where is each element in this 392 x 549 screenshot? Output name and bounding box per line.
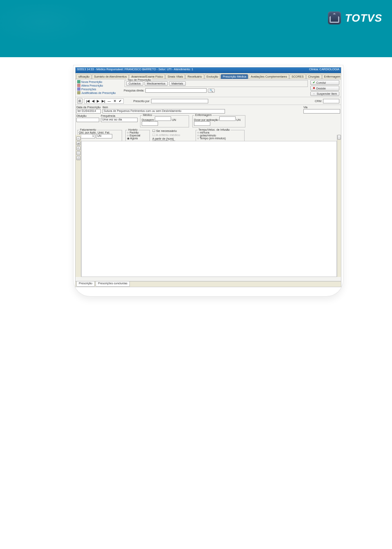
search-icon[interactable]: 🔍: [208, 89, 215, 93]
tab[interactable]: Avaliações Complementares: [249, 74, 289, 79]
dosagem-label: Dosagem: [142, 118, 154, 121]
link-justif[interactable]: Justificativas de Prescrição: [77, 91, 122, 94]
pesquisa-label: Pesquisa direta:: [124, 89, 144, 92]
prescrito-por-label: Prescrito por: [134, 100, 150, 103]
chk-criterio: ☐ A critério médico: [152, 133, 193, 137]
titlebar-right: Clínica: CARDIOLOGIA: [309, 68, 339, 73]
enf-legend: Enfermagem: [194, 114, 212, 116]
horario-legend: Horário: [127, 128, 138, 131]
tab[interactable]: Sinais Vitais: [165, 74, 185, 79]
freq-label: Frequência: [101, 114, 138, 117]
fat-legend: Faturamento: [79, 128, 97, 131]
btab-prescricao[interactable]: Prescrição: [76, 281, 95, 287]
btn-materiais[interactable]: Materiais: [169, 81, 185, 86]
link-presc[interactable]: Prescrições: [77, 87, 122, 91]
bottom-tabs: Prescrição Prescrições concluídas: [76, 281, 341, 287]
record-nav[interactable]: |◀◀▶▶|—✕✔: [84, 98, 124, 104]
lt-icon[interactable]: □: [76, 151, 80, 155]
tab[interactable]: SCORES: [290, 74, 306, 79]
data-label: Data da Prescrição: [76, 106, 101, 109]
item-label: Item: [102, 106, 302, 109]
radio-tempo[interactable]: ○ Tempo (em minutos): [197, 137, 243, 140]
un-input[interactable]: [142, 121, 158, 126]
crm-label: CRM: [315, 100, 321, 103]
freq-input[interactable]: Uma vez ao dia: [101, 118, 138, 122]
btab-concluidas[interactable]: Prescrições concluídas: [96, 281, 130, 287]
brand-name: TOTVS: [345, 12, 382, 25]
data-input[interactable]: ter 01/04/2014: [76, 109, 101, 114]
diluicao-label: Diluição: [76, 114, 99, 117]
qtd-aplic-label: Qtd. por Aplic.: [79, 131, 97, 134]
via-input[interactable]: [303, 109, 340, 114]
left-toolbar: + ▤ e □ ◷: [76, 135, 81, 277]
tab[interactable]: Evolução: [205, 74, 220, 79]
main-tabstrip: sificação Sumário de Atendimentos Anamne…: [76, 73, 341, 79]
btn-cuidados[interactable]: Cuidados: [126, 81, 143, 86]
qtd-aplic-input[interactable]: 1: [79, 134, 95, 138]
link-nova[interactable]: Nova Prescrição: [77, 80, 122, 83]
diluicao-input[interactable]: [76, 118, 99, 122]
window-titlebar: 0/2013 14:33 - Médico Responsável: FRANC…: [76, 67, 341, 73]
link-altera[interactable]: Altera Prescrição: [77, 84, 122, 87]
un2-input[interactable]: [194, 121, 210, 126]
radio-mlhora[interactable]: ○ ml/hora: [197, 131, 243, 134]
header-band: [0, 0, 392, 57]
btn-desiste[interactable]: ✖Desiste: [310, 86, 339, 91]
radio-gotas[interactable]: ○ gotas/minuto: [197, 134, 243, 137]
btn-suspender[interactable]: ↔Suspender Item: [310, 92, 339, 96]
via-label: Via: [303, 106, 340, 109]
tab[interactable]: Cirurgias: [306, 74, 322, 79]
lt-icon[interactable]: ◷: [76, 156, 80, 160]
btn-conclui[interactable]: ✔Conclui: [310, 80, 339, 85]
tempo-legend: Tempo/Veloc. de Infusão: [198, 128, 231, 131]
un-label: UN: [172, 118, 176, 121]
lt-icon[interactable]: +: [76, 136, 80, 141]
lt-icon[interactable]: e: [76, 146, 80, 150]
grid-body-empty: [81, 141, 337, 277]
radio-especial[interactable]: ○ Especial: [127, 134, 148, 137]
unidfat-label: Unid. Fat.: [98, 131, 110, 134]
lt-icon[interactable]: ▤: [76, 141, 80, 145]
scrollbar-icon[interactable]: [337, 135, 341, 277]
unidfat-input[interactable]: UN: [96, 134, 112, 138]
tab[interactable]: sificação: [76, 74, 91, 79]
chk-se-necessario[interactable]: ☐ Se necessário: [152, 129, 193, 133]
titlebar-left: 0/2013 14:33 - Médico Responsável: FRANC…: [77, 68, 193, 73]
item-input[interactable]: Sutura de Pequenos Ferimentos com ou sem…: [102, 109, 225, 114]
tipo-legend: Tipo de Prescrição: [127, 78, 152, 81]
btn-medicamentos[interactable]: Medicamentos: [145, 81, 168, 86]
tab-active[interactable]: Prescrição Médica: [220, 74, 248, 79]
tab[interactable]: Enfermagem: [322, 74, 341, 79]
tab[interactable]: Receituário: [185, 74, 204, 79]
dosagem-input[interactable]: [155, 116, 171, 121]
prescrito-por-input[interactable]: [151, 99, 208, 103]
dose-input[interactable]: [219, 116, 236, 121]
un2-label: UN: [236, 118, 241, 121]
dose-label: Dose por aplicação: [194, 118, 218, 121]
radio-padrao[interactable]: ○ Padrão: [127, 131, 148, 134]
brand-logo: TOTVS: [328, 11, 382, 25]
crm-input[interactable]: [323, 99, 339, 103]
pesquisa-input[interactable]: [145, 88, 207, 93]
app-screenshot: 0/2013 14:33 - Médico Responsável: FRANC…: [74, 65, 343, 296]
totvs-cube-icon: [328, 11, 341, 25]
tab[interactable]: Sumário de Atendimentos: [92, 74, 129, 79]
radio-agora[interactable]: ◉ Agora: [127, 137, 148, 140]
medico-legend: Médico: [142, 114, 153, 116]
toolbar-icon[interactable]: ▥: [77, 98, 82, 104]
apartir-label: A partir de (hora): [152, 137, 193, 140]
